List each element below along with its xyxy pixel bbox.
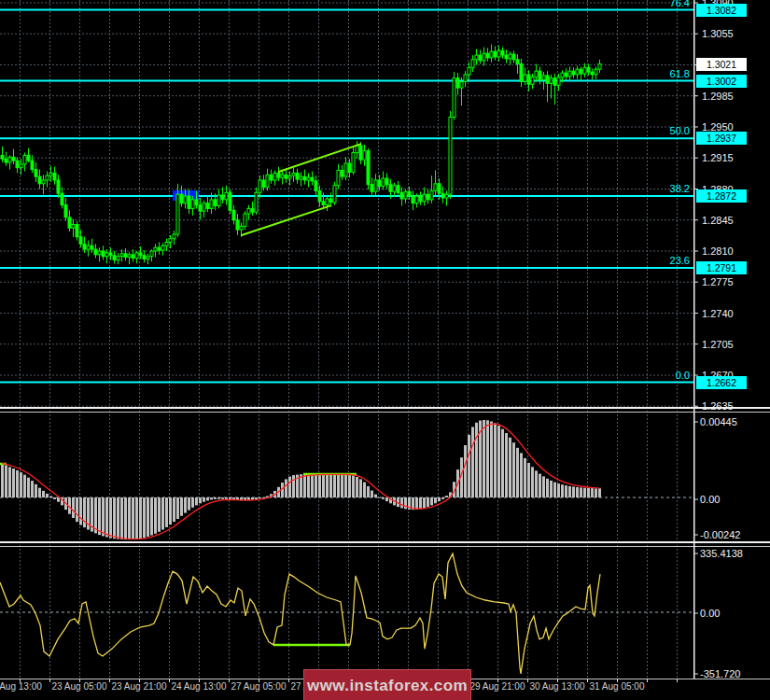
fib-level-label: 61.8 <box>670 68 690 79</box>
fib-level-label: 50.0 <box>670 125 690 136</box>
fib-level-label: 23.6 <box>670 255 690 266</box>
watermark-text: www.instaforex.com <box>307 677 468 695</box>
indicator-scale-label: 0.00 <box>700 608 720 619</box>
fib-price-badge: 1.3002 <box>696 75 747 88</box>
price-tick-label: 1.3055 <box>702 28 734 39</box>
indicator-scale-label: -351.720 <box>700 668 740 679</box>
price-tick-label: 1.2950 <box>702 121 734 133</box>
price-tick-label: 1.2810 <box>702 245 734 257</box>
fib-price-badge: 1.2662 <box>696 376 747 389</box>
fib-level-label: 76.4 <box>670 0 690 8</box>
indicator-scale-label: -0.00242 <box>700 529 740 540</box>
time-label: 24 Aug 13:00 <box>172 681 227 692</box>
fib-price-badge: 1.2937 <box>696 132 747 145</box>
instaforex-watermark: www.instaforex.com <box>303 669 471 700</box>
indicator-scale-label: 0.00 <box>700 494 720 505</box>
price-tick-label: 1.2775 <box>702 276 734 287</box>
time-label: Aug 13:00 <box>0 681 42 692</box>
time-label: 30 Aug 13:00 <box>530 681 585 692</box>
price-tick-label: 1.2705 <box>702 339 734 350</box>
current-price-badge: 1.3021 <box>696 58 747 71</box>
price-tick-label: 1.2845 <box>702 215 734 226</box>
time-label: 27 Aug 05:00 <box>231 681 287 692</box>
fib-price-badge: 1.3082 <box>696 4 747 17</box>
price-tick-label: 1.2985 <box>702 91 734 102</box>
price-tick-label: 1.2915 <box>702 152 734 163</box>
fib-price-badge: 1.2872 <box>696 189 747 203</box>
indicator-scale-label: 0.00445 <box>700 416 737 427</box>
time-label: 31 Aug 05:00 <box>590 681 645 692</box>
fib-price-badge: 1.2791 <box>696 261 747 274</box>
chart-canvas[interactable] <box>0 0 770 700</box>
time-label: 23 Aug 21:00 <box>112 681 167 692</box>
trading-chart-window: 76.461.850.038.223.60.0 1.30901.30551.30… <box>0 0 770 700</box>
time-label: 29 Aug 21:00 <box>470 681 525 692</box>
price-tick-label: 1.2740 <box>702 308 734 319</box>
indicator-scale-label: 335.4138 <box>700 548 743 559</box>
price-tick-label: 1.2635 <box>702 400 734 412</box>
fib-level-label: 38.2 <box>670 183 690 194</box>
time-label: 23 Aug 05:00 <box>52 681 107 692</box>
fib-level-label: 0.0 <box>676 370 690 381</box>
